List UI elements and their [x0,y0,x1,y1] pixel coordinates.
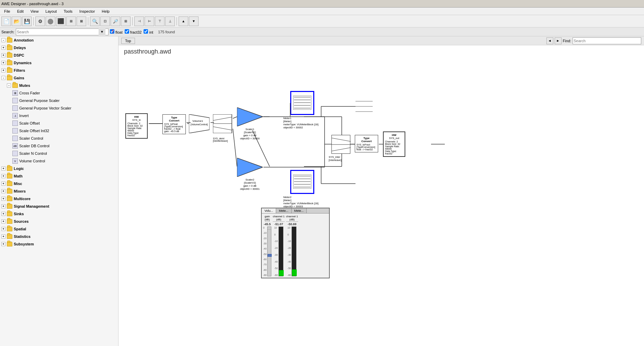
zoom-fit-button[interactable]: ⊡ [100,16,110,26]
sidebar-group-gains[interactable]: - Gains [0,74,118,82]
find-prev-button[interactable]: ◄ [546,37,553,44]
sidebar-group-statistics[interactable]: + Statistics [0,233,118,240]
menu-edit[interactable]: Edit [14,9,26,14]
type-convert-in-block[interactable]: TypeConvert SYS_toFloat[TypeConversion]f… [162,114,186,134]
scaler2-block[interactable]: Scaler2[ScalerV2]gain = 0 dBobjectID = 3… [237,158,263,191]
search-submit-button[interactable]: ▼ [99,28,105,35]
save-button[interactable]: 💾 [22,16,32,26]
sidebar-group-signal-management[interactable]: + Signal Management [0,203,118,210]
filter-float-label[interactable]: float [110,29,123,34]
zoom-out-button[interactable]: 🔎 [111,16,120,26]
sidebar-group-annotation[interactable]: - Annotation [0,36,118,44]
sidebar-item-cross-fader[interactable]: ⊞ Cross Fader [11,89,118,97]
align-top-button[interactable]: ⊤ [155,16,165,26]
new-button[interactable]: 📄 [1,16,11,26]
menu-help[interactable]: Help [99,9,112,14]
sidebar-group-mixers[interactable]: + Mixers [0,187,118,195]
sidebar-item-scale-offset-int32[interactable]: Scale Offset Int32 [11,127,118,135]
menu-layout[interactable]: Layout [43,9,59,14]
block-button[interactable]: ⊠ [77,16,86,26]
meter-widget[interactable]: Volu... Mete... Mete... gain(dB) -45.5 0… [261,208,330,278]
align-bottom-button[interactable]: ⊥ [165,16,175,26]
sidebar-item-scaler-control[interactable]: Scaler Control [11,135,118,142]
find-input[interactable] [573,37,641,44]
sidebar-group-dspc[interactable]: + DSPC [0,51,118,59]
sidebar-group-sources[interactable]: + Sources [0,218,118,225]
meter-tab-volume[interactable]: Volu... [262,208,276,213]
menu-view[interactable]: View [28,9,42,14]
zoom-in-button[interactable]: 🔍 [90,16,100,26]
build-button[interactable]: ⊞ [66,16,76,26]
find-next-button[interactable]: ► [555,37,562,44]
sidebar-group-dynamics[interactable]: + Dynamics [0,59,118,67]
sidebar-item-volume-control[interactable]: V Volume Control [11,157,118,165]
sidebar-item-gp-vector-scaler[interactable]: General Purpose Vector Scaler [11,104,118,112]
expand-annotation[interactable]: - [1,38,5,42]
expand-misc[interactable]: + [1,182,5,186]
menu-file[interactable]: File [1,9,13,14]
expand-dynamics[interactable]: + [1,61,5,65]
sidebar-item-invert[interactable]: -1 Invert [11,112,118,119]
record-button[interactable]: ⬤ [46,16,55,26]
meter-tab-meter1[interactable]: Mete... [276,208,292,213]
sidebar-group-sinks[interactable]: + Sinks [0,210,118,218]
scaler1-block[interactable]: Scaler1[ScalerV2]gain = 0 dBobjectID = 3… [237,107,263,140]
expand-mixers[interactable]: + [1,189,5,193]
sidebar-item-scaler-db-control[interactable]: dB Scaler DB Control [11,142,118,150]
type-convert-out-block[interactable]: TypeConvert SYS_toFract[TypeConversion]f… [355,135,378,152]
vol-slider-knob[interactable] [268,254,272,257]
settings-button[interactable]: ⚙ [35,16,45,26]
canvas-diagram[interactable]: HW SYS_in Channels: 2Block Size: 32Sampl… [118,57,644,346]
sidebar-group-misc[interactable]: + Misc [0,180,118,187]
filter-int-checkbox[interactable] [144,29,148,34]
sidebar-group-logic[interactable]: + Logic [0,165,118,172]
sidebar-group-subsystem[interactable]: + Subsystem [0,240,118,248]
filter-fract32-label[interactable]: fract32 [125,29,142,34]
sidebar-group-multicore[interactable]: + Multicore [0,195,118,203]
expand-statistics[interactable]: + [1,234,5,239]
hw-in-block[interactable]: HW SYS_in Channels: 2Block Size: 32Sampl… [125,113,148,139]
search-input[interactable] [16,29,99,35]
stop-button[interactable]: ⬛ [56,16,66,26]
sidebar-group-filters[interactable]: + Filters [0,67,118,74]
top-button[interactable]: Top [121,38,135,44]
meter2-block[interactable] [290,170,314,194]
expand-multicore[interactable]: + [1,197,5,201]
expand-mutes[interactable]: - [7,83,11,88]
filter-int-label[interactable]: int [144,29,153,34]
sidebar-group-mutes[interactable]: - Mutes [5,82,118,89]
expand-subsystem[interactable]: + [1,242,5,246]
align-right-button[interactable]: ⊢ [145,16,154,26]
filter-float-checkbox[interactable] [110,29,114,34]
type-convert-in-label: TypeConvert [164,116,184,122]
sys-inter-block[interactable] [331,135,350,154]
open-button[interactable]: 📂 [12,16,21,26]
expand-delays[interactable]: + [1,46,5,50]
expand-math[interactable]: + [1,174,5,178]
filter-fract32-checkbox[interactable] [125,29,129,34]
sidebar-group-math[interactable]: + Math [0,172,118,180]
zoom-custom-button[interactable]: ⊞ [121,16,131,26]
sidebar-group-spatial[interactable]: + Spatial [0,225,118,233]
sidebar-item-gp-scaler[interactable]: General Purpose Scaler [11,97,118,104]
meter-tab-meter2[interactable]: Mete... [292,208,307,213]
menu-inspector[interactable]: Inspector [77,9,98,14]
expand-sinks[interactable]: + [1,212,5,216]
sidebar-item-scale-offset[interactable]: Scale Offset [11,119,118,127]
expand-dspc[interactable]: + [1,53,5,57]
hw-out-block[interactable]: HW SYS_out Channels: 2Block Size: 32Samp… [383,131,405,157]
expand-logic[interactable]: + [1,166,5,171]
sidebar-scroll[interactable]: - Annotation + Delays + DSPC + Dynamics [0,36,118,346]
sidebar-item-scaler-n-control[interactable]: Scaler N Control [11,150,118,157]
meter1-block[interactable] [290,91,314,115]
menu-tools[interactable]: Tools [61,9,75,14]
expand-signal-management[interactable]: + [1,204,5,208]
expand-gains[interactable]: - [1,76,5,80]
expand-sources[interactable]: + [1,219,5,223]
sidebar-group-delays[interactable]: + Delays [0,44,118,51]
move-down-button[interactable]: ▼ [189,16,199,26]
move-up-button[interactable]: ▲ [179,16,188,26]
expand-filters[interactable]: + [1,68,5,72]
align-left-button[interactable]: ⊣ [134,16,144,26]
expand-spatial[interactable]: + [1,227,5,231]
